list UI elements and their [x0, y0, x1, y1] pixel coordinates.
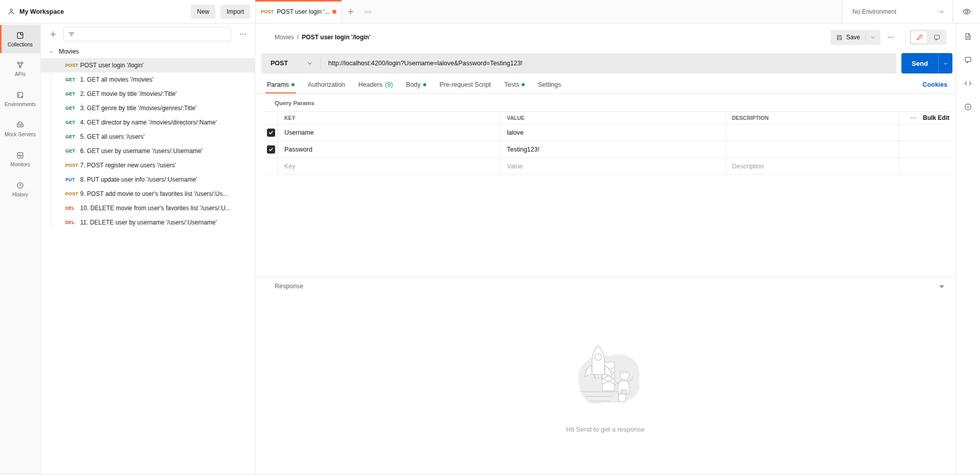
request-item[interactable]: POST 9. POST add movie to user's favorit… — [41, 187, 255, 201]
send-options-icon[interactable] — [938, 53, 952, 73]
request-item[interactable]: GET 1. GET all movies '/movies' — [41, 72, 255, 87]
filter-icon — [68, 31, 75, 38]
request-item[interactable]: PUT 8. PUT update user info '/users/:Use… — [41, 172, 255, 187]
method-badge: DEL — [65, 206, 79, 211]
comments-icon[interactable] — [960, 52, 976, 68]
request-item[interactable]: GET 6. GET user by username '/users/:Use… — [41, 144, 255, 158]
param-value[interactable]: lalove — [501, 124, 726, 141]
request-label: 6. GET user by username '/users/:Usernam… — [80, 147, 203, 155]
request-item[interactable]: GET 5. GET all users '/users' — [41, 130, 255, 144]
rail-item-label: APIs — [15, 71, 26, 77]
tab-method-badge: POST — [261, 9, 274, 14]
rail-item-collections[interactable]: Collections — [0, 25, 40, 53]
bottom-edge — [0, 474, 980, 476]
request-more-actions-icon[interactable] — [880, 33, 901, 41]
headers-count: (9) — [385, 81, 393, 88]
tab-body[interactable]: Body — [405, 76, 428, 93]
workspace-title[interactable]: My Workspace — [19, 8, 64, 15]
request-item[interactable]: DEL 10. DELETE movie from user's favorit… — [41, 201, 255, 215]
edit-mode-button[interactable] — [911, 31, 928, 44]
new-button[interactable]: New — [191, 5, 215, 19]
sidebar-filter-input[interactable] — [63, 27, 231, 41]
apis-icon — [16, 61, 24, 69]
request-tabs: Params Authorization Headers(9) Body Pre… — [255, 76, 955, 94]
param-description[interactable] — [726, 124, 899, 141]
table-more-icon[interactable] — [910, 114, 917, 121]
param-key[interactable]: Username — [278, 124, 501, 141]
response-empty-state: Hit Send to get a response — [255, 295, 955, 433]
tab-title: POST user login '... — [277, 8, 329, 15]
rail-item-mock-servers[interactable]: Mock Servers — [0, 115, 40, 143]
key-placeholder[interactable]: Key — [278, 158, 501, 174]
row-checkbox[interactable] — [267, 129, 275, 137]
new-collection-button[interactable] — [47, 28, 59, 40]
response-panel: Response — [255, 277, 955, 474]
url-input[interactable]: http://localhost:4200/login?Username=lal… — [321, 60, 523, 67]
unsaved-dot-icon — [332, 10, 336, 14]
request-label: POST user login '/login' — [80, 62, 143, 69]
params-filled-dot — [291, 83, 295, 86]
info-icon[interactable] — [960, 98, 976, 115]
save-button[interactable]: Save — [830, 30, 865, 45]
value-placeholder[interactable]: Value — [501, 158, 726, 174]
rail-item-environments[interactable]: Environments — [0, 85, 40, 113]
request-tab[interactable]: POST POST user login '... — [256, 0, 342, 23]
code-snippet-icon[interactable] — [960, 75, 976, 91]
tab-authorization[interactable]: Authorization — [306, 76, 347, 93]
param-key[interactable]: Password — [278, 141, 501, 158]
param-description[interactable] — [726, 141, 899, 158]
documentation-icon[interactable] — [960, 28, 976, 44]
request-item[interactable]: POST 7. POST register new users '/users' — [41, 158, 255, 172]
comment-mode-button[interactable] — [928, 31, 945, 44]
chevron-down-icon — [48, 48, 55, 55]
query-params-title: Query Params — [255, 94, 955, 111]
tab-params[interactable]: Params — [265, 76, 296, 93]
request-item[interactable]: GET 2. GET movie by title '/movies/:Titl… — [41, 87, 255, 101]
send-button[interactable]: Send — [901, 53, 952, 73]
rail-item-label: Mock Servers — [5, 132, 36, 137]
method-badge: GET — [65, 77, 79, 82]
method-badge: GET — [65, 91, 79, 96]
param-value[interactable]: Testing123! — [501, 141, 726, 158]
add-tab-button[interactable] — [342, 0, 359, 23]
bulk-edit-button[interactable]: Bulk Edit — [923, 114, 949, 121]
tab-pre-request-script[interactable]: Pre-request Script — [438, 76, 493, 93]
column-key: KEY — [278, 112, 501, 124]
environment-quick-look-button[interactable] — [952, 0, 980, 23]
request-item[interactable]: GET 4. GET director by name '/movies/dir… — [41, 115, 255, 130]
tab-headers[interactable]: Headers(9) — [357, 76, 395, 93]
sidebar-more-icon[interactable] — [237, 30, 249, 38]
row-checkbox[interactable] — [267, 145, 275, 154]
tab-strip: POST POST user login '... — [255, 0, 842, 23]
collapse-response-icon[interactable] — [939, 285, 944, 288]
cookies-link[interactable]: Cookies — [922, 81, 947, 88]
rocket-illustration — [559, 344, 651, 413]
chevron-down-icon — [306, 60, 313, 67]
tab-tests[interactable]: Tests — [503, 76, 526, 93]
import-button[interactable]: Import — [220, 5, 250, 19]
header-checkbox-cell — [264, 112, 278, 124]
request-item[interactable]: DEL 11. DELETE user by username '/users/… — [41, 215, 255, 230]
rail-item-label: Collections — [8, 42, 33, 47]
environment-selector[interactable]: No Environment — [842, 0, 952, 23]
breadcrumb-request-name[interactable]: POST user login '/login' — [302, 34, 370, 41]
request-item[interactable]: GET 3. GET genre by title '/movies/genre… — [41, 101, 255, 115]
request-item[interactable]: POST POST user login '/login' — [41, 58, 255, 72]
tab-settings[interactable]: Settings — [536, 76, 562, 93]
rail-item-apis[interactable]: APIs — [0, 55, 40, 83]
history-icon — [16, 181, 24, 190]
param-row: Password Testing123! — [264, 141, 950, 158]
collection-movies[interactable]: Movies — [41, 45, 255, 58]
method-badge: GET — [65, 134, 79, 139]
save-options-icon[interactable] — [866, 31, 880, 44]
tab-options-icon[interactable] — [359, 0, 377, 23]
method-badge: GET — [65, 148, 79, 154]
breadcrumb-collection[interactable]: Movies — [275, 34, 294, 41]
method-select[interactable]: POST — [261, 60, 321, 67]
method-value: POST — [271, 60, 288, 67]
description-placeholder[interactable]: Description — [726, 158, 899, 174]
rail-item-history[interactable]: History — [0, 175, 40, 203]
request-label: 9. POST add movie to user's favorites li… — [80, 190, 228, 197]
rail-item-monitors[interactable]: Monitors — [0, 145, 40, 173]
request-label: 4. GET director by name '/movies/directo… — [80, 119, 217, 126]
